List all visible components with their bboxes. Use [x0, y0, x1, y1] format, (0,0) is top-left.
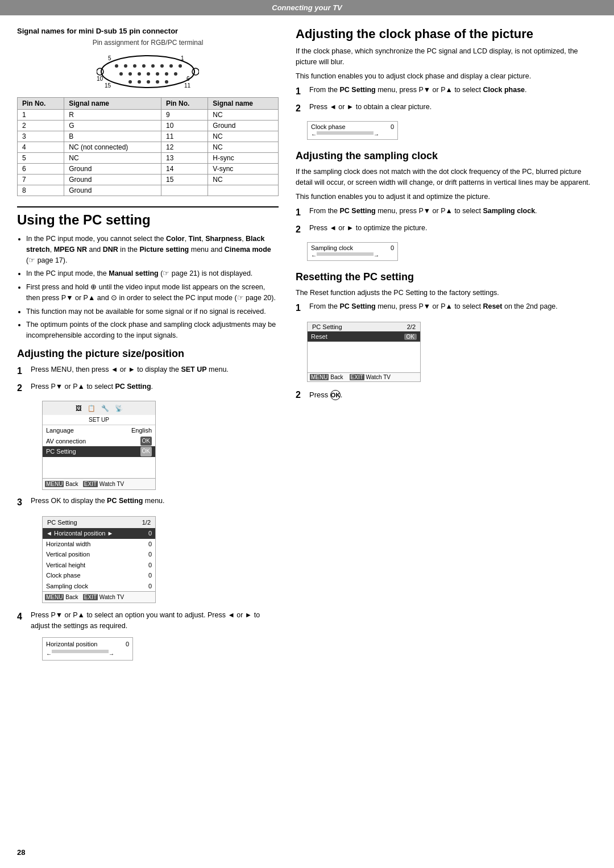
step-text: From the PC Setting menu, press P▼ or P▲…: [309, 85, 527, 98]
sampling-clock-heading: Adjusting the sampling clock: [296, 150, 597, 162]
bullet-item: First press and hold ⊕ until the video i…: [26, 282, 279, 304]
step-num: 1: [296, 206, 305, 219]
sampling-clock-body2: This function enables you to adjust it a…: [296, 192, 597, 202]
pin-table-cell: 10: [161, 121, 208, 131]
reset-screen-title-bar: PC Setting 2/2: [308, 322, 420, 331]
pin-table-cell: 1: [18, 110, 64, 121]
svg-text:11: 11: [184, 82, 191, 89]
connector-svg: 5 1: [97, 50, 199, 90]
step-num: 1: [296, 301, 305, 315]
clock-phase-bar-label: Clock phase 0: [311, 123, 394, 130]
svg-point-19: [138, 80, 141, 84]
step-item: 1From the PC Setting menu, press P▼ or P…: [296, 85, 597, 98]
svg-point-7: [151, 64, 155, 68]
svg-text:10: 10: [97, 76, 103, 82]
svg-text:1: 1: [181, 55, 184, 61]
step-num: 2: [296, 223, 305, 236]
pin-table-cell: 5: [18, 153, 64, 164]
reset-footer-exit: EXIT Watch TV: [350, 374, 391, 380]
setup-screen-container: 🖼 📋 🔧 📡 SET UP LanguageEnglish AV connec…: [31, 398, 279, 492]
pc-setting-screen: PC Setting1/2 ◄ Horizontal position ►0 H…: [42, 516, 156, 604]
pin-assignment-label: Pin assignment for RGB/PC terminal: [17, 39, 279, 47]
pin-table-cell: V-sync: [208, 164, 279, 175]
step-item: 2Press ◄ or ► to optimize the picture.: [296, 223, 597, 236]
pin-table-cell: R: [64, 110, 161, 121]
pc-setting-footer: MENU Back EXIT Watch TV: [43, 591, 155, 603]
pin-table-cell: 3: [18, 131, 64, 142]
sampling-clock-bar-arrows: ← →: [311, 252, 379, 259]
pin-table-cell: G: [64, 121, 161, 131]
step-text: From the PC Setting menu, press P▼ or P▲…: [309, 206, 537, 219]
sampling-clock-bar-label: Sampling clock 0: [311, 244, 394, 251]
step-text: Press OK to display the PC Setting menu.: [31, 496, 279, 509]
pin-table-cell: [161, 185, 208, 196]
svg-point-22: [165, 80, 168, 84]
pc-row-hpos: ◄ Horizontal position ►0: [43, 528, 155, 539]
pin-table-cell: NC (not connected): [64, 142, 161, 153]
col-header-signal1: Signal name: [64, 98, 161, 110]
svg-point-15: [156, 72, 159, 76]
svg-point-20: [147, 80, 150, 84]
svg-point-4: [124, 64, 127, 68]
step-num: 1: [296, 85, 305, 98]
sampling-clock-body1: If the sampling clock does not match wit…: [296, 167, 597, 188]
icon1: 🖼: [76, 404, 82, 413]
using-pc-bullets: In the PC input mode, you cannot select …: [26, 234, 279, 341]
signal-section-title: Signal names for mini D-sub 15 pin conne…: [17, 27, 279, 35]
svg-point-14: [147, 72, 150, 76]
page: Connecting your TV Signal names for mini…: [0, 0, 614, 868]
sampling-clock-steps: 1From the PC Setting menu, press P▼ or P…: [296, 206, 597, 236]
pin-table-cell: NC: [64, 153, 161, 164]
pin-table: Pin No. Signal name Pin No. Signal name …: [17, 97, 279, 196]
reset-screen-page: 2/2: [407, 323, 416, 330]
connector-diagram: 5 1: [17, 50, 279, 92]
step-item: 3Press OK to display the PC Setting menu…: [17, 496, 279, 509]
svg-point-24: [192, 68, 199, 75]
reset-screen-title: PC Setting: [312, 323, 342, 330]
pin-table-cell: 14: [161, 164, 208, 175]
reset-body1: The Reset function adjusts the PC Settin…: [296, 288, 597, 298]
bullet-item: In the PC input mode, the Manual setting…: [26, 268, 279, 279]
setup-screen: 🖼 📋 🔧 📡 SET UP LanguageEnglish AV connec…: [42, 401, 156, 490]
pin-table-cell: 6: [18, 164, 64, 175]
col-header-pin1: Pin No.: [18, 98, 64, 110]
col-header-pin2: Pin No.: [161, 98, 208, 110]
clock-phase-bar-track: [317, 131, 374, 135]
hpos-bar-container: Horizontal position 0 ← →: [31, 635, 279, 663]
pin-table-cell: H-sync: [208, 153, 279, 164]
reset-pc-screen: PC Setting 2/2 Reset OK MENU Back EXIT W…: [307, 322, 421, 382]
icon4: 📡: [115, 404, 123, 413]
step-text: From the PC Setting menu, press P▼ or P▲…: [309, 301, 558, 315]
setup-row-av: AV connectionOK: [43, 436, 155, 447]
icon3: 🔧: [101, 404, 109, 413]
step-item: 2Press P▼ or P▲ to select PC Setting.: [17, 381, 279, 395]
left-column: Signal names for mini D-sub 15 pin conne…: [17, 27, 279, 666]
setup-screen-title: SET UP: [43, 415, 155, 425]
pin-table-cell: Ground: [208, 121, 279, 131]
pin-table-cell: 8: [18, 185, 64, 196]
clock-phase-body2: This function enables you to adjust cloc…: [296, 71, 597, 82]
setup-row-pc: PC SettingOK: [43, 446, 155, 457]
page-number: 28: [17, 848, 25, 857]
bullet-item: In the PC input mode, you cannot select …: [26, 234, 279, 265]
header-title: Connecting your TV: [272, 3, 342, 12]
svg-text:15: 15: [105, 82, 111, 89]
pin-table-cell: Ground: [64, 175, 161, 185]
bullet-item: The optimum points of the clock phase an…: [26, 319, 279, 341]
step-item: 1From the PC Setting menu, press P▼ or P…: [296, 206, 597, 219]
reset-screen-empty2: [308, 352, 420, 362]
reset-step2-num: 2: [296, 390, 305, 400]
bullet-item: This function may not be available for s…: [26, 306, 279, 317]
step-item: 4Press P▼ or P▲ to select an option you …: [17, 610, 279, 632]
content-area: Signal names for mini D-sub 15 pin conne…: [0, 15, 614, 678]
right-column: Adjusting the clock phase of the picture…: [296, 27, 597, 666]
pin-table-cell: Ground: [64, 185, 161, 196]
step-text: Press P▼ or P▲ to select PC Setting.: [31, 381, 279, 395]
clock-phase-steps: 1From the PC Setting menu, press P▼ or P…: [296, 85, 597, 115]
pc-row-vheight: Vertical height0: [43, 560, 155, 571]
svg-point-17: [174, 72, 177, 76]
pin-table-cell: [208, 185, 279, 196]
hpos-bar-screen: Horizontal position 0 ← →: [42, 637, 133, 661]
reset-screen-row-reset: Reset OK: [308, 331, 420, 342]
step-number: 1: [17, 364, 26, 378]
